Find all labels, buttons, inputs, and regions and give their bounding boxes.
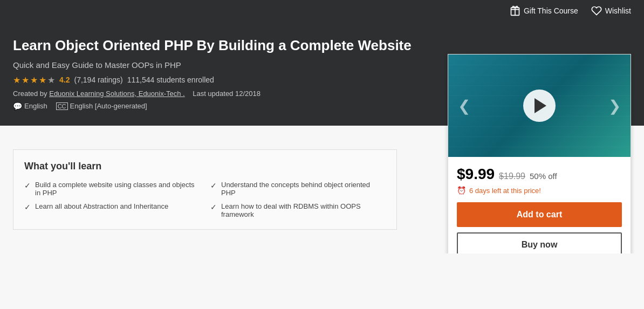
- price-row: $9.99 $19.99 50% off: [457, 166, 622, 183]
- hero-meta: Created by Eduonix Learning Solutions, E…: [13, 90, 423, 98]
- created-by-label: Created by: [13, 90, 47, 98]
- speech-bubble-icon: 💬: [13, 102, 22, 111]
- price-original: $19.99: [499, 171, 525, 181]
- learn-item-1: ✓ Build a complete website using classes…: [24, 181, 200, 197]
- learn-box: What you'll learn ✓ Build a complete web…: [13, 149, 397, 230]
- authors-link[interactable]: Eduonix Learning Solutions, Eduonix-Tech…: [49, 90, 185, 98]
- language-label: English: [24, 102, 47, 110]
- hero-content: Learn Object Oriented PHP By Building a …: [13, 37, 423, 111]
- gift-course-label: Gift This Course: [524, 6, 578, 15]
- hero-rating: ★ ★ ★ ★ ★ 4.2 (7,194 ratings) 111,544 st…: [13, 75, 423, 85]
- wishlist-label: Wishlist: [605, 6, 631, 15]
- checkmark-icon-3: ✓: [210, 181, 217, 190]
- checkmark-icon-4: ✓: [210, 203, 217, 211]
- right-arrow-icon: ❯: [608, 97, 621, 115]
- learn-grid: ✓ Build a complete website using classes…: [24, 181, 386, 218]
- preview-background: ❮ ❯: [448, 54, 631, 157]
- language-item: 💬 English: [13, 102, 47, 111]
- caption-icon: CC: [56, 102, 68, 110]
- learn-item-4: ✓ Learn how to deal with RDBMS within OO…: [210, 202, 386, 218]
- deal-timer: ⏰ 6 days left at this price!: [457, 186, 622, 195]
- gift-course-button[interactable]: Gift This Course: [510, 5, 578, 16]
- learn-item-2: ✓ Learn all about Abstraction and Inheri…: [24, 202, 200, 218]
- price-current: $9.99: [457, 166, 495, 183]
- add-to-cart-button[interactable]: Add to cart: [457, 202, 622, 227]
- learn-item-4-text: Learn how to deal with RDBMS within OOPS…: [221, 202, 386, 218]
- play-button[interactable]: [523, 90, 556, 122]
- heart-icon: [591, 5, 602, 16]
- last-updated-label: Last updated: [193, 90, 233, 98]
- course-title: Learn Object Oriented PHP By Building a …: [13, 37, 423, 55]
- buy-now-button[interactable]: Buy now: [457, 232, 622, 253]
- learn-item-3: ✓ Understand the concepts behind object …: [210, 181, 386, 197]
- caption-item: CC English [Auto-generated]: [56, 102, 147, 110]
- checkmark-icon-2: ✓: [24, 203, 31, 211]
- last-updated-date: 12/2018: [235, 90, 261, 98]
- rating-count: (7,194 ratings): [74, 75, 122, 84]
- top-navigation: Gift This Course Wishlist: [0, 0, 644, 22]
- star-4: ★: [39, 75, 46, 85]
- star-5: ★: [47, 75, 55, 85]
- learn-item-1-text: Build a complete website using classes a…: [35, 181, 200, 197]
- course-card: ❮ ❯ Preview this course $9.99 $19.99 50%…: [448, 54, 631, 253]
- left-arrow-icon: ❮: [458, 97, 470, 115]
- play-icon: [535, 98, 546, 113]
- timer-icon: ⏰: [457, 186, 466, 195]
- course-preview[interactable]: ❮ ❯ Preview this course: [448, 54, 631, 157]
- gift-icon: [510, 5, 520, 16]
- caption-label: English [Auto-generated]: [70, 102, 147, 110]
- checkmark-icon-1: ✓: [24, 181, 31, 190]
- rating-number: 4.2: [59, 75, 70, 84]
- star-2: ★: [22, 75, 29, 85]
- star-1: ★: [13, 75, 20, 85]
- learn-item-3-text: Understand the concepts behind object or…: [221, 181, 386, 197]
- wishlist-button[interactable]: Wishlist: [591, 5, 631, 16]
- price-discount: 50% off: [530, 171, 557, 181]
- timer-text: 6 days left at this price!: [469, 187, 541, 195]
- course-subtitle: Quick and Easy Guide to Master OOPs in P…: [13, 60, 423, 70]
- enrolled-count: 111,544 students enrolled: [127, 75, 214, 84]
- card-body: $9.99 $19.99 50% off ⏰ 6 days left at th…: [448, 157, 631, 253]
- main-content: What you'll learn ✓ Build a complete web…: [0, 136, 410, 253]
- star-rating: ★ ★ ★ ★ ★: [13, 75, 55, 85]
- star-3: ★: [30, 75, 38, 85]
- learn-box-title: What you'll learn: [24, 161, 386, 172]
- hero-language: 💬 English CC English [Auto-generated]: [13, 102, 423, 111]
- learn-item-2-text: Learn all about Abstraction and Inherita…: [35, 202, 168, 210]
- hero-section: Learn Object Oriented PHP By Building a …: [0, 22, 644, 126]
